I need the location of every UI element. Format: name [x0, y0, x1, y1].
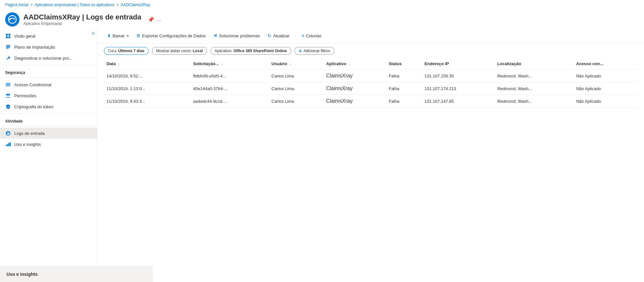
breadcrumb-sep1: > — [30, 3, 32, 7]
svg-rect-7 — [6, 46, 10, 47]
sidebar-divider-3 — [0, 113, 97, 114]
date-filter-chip[interactable]: Data: Últimos 7 dias — [104, 47, 149, 55]
svg-point-14 — [6, 94, 8, 96]
refresh-icon: ↻ — [267, 33, 271, 38]
svg-rect-12 — [6, 84, 10, 85]
toolbar-divider — [295, 32, 296, 40]
colunas-button[interactable]: ≡ Colunas — [298, 31, 325, 40]
breadcrumb-apps[interactable]: Aplicativos empresariais | Todos os apli… — [34, 3, 114, 7]
atualizar-button[interactable]: ↻ Atualizar — [264, 31, 293, 40]
cell-acesso-0: Não Aplicado — [574, 70, 638, 82]
pin-icon[interactable]: 📌 — [148, 17, 154, 23]
sort-icon-data: ↓ — [118, 62, 120, 66]
cell-solicitacao-0: ffdbfc66-e5d5-4... — [191, 70, 269, 82]
table-row[interactable]: 11/10/2019, 9:43:3... aa4edc44-9ccd-... … — [104, 95, 638, 108]
sidebar-section-seguranca: Segurança — [0, 66, 97, 76]
svg-rect-8 — [6, 47, 10, 48]
cell-acesso-1: Não Aplicado — [574, 82, 638, 95]
baixar-label: Baixar — [113, 33, 125, 38]
bottom-bar-label: Uso e insights — [6, 272, 38, 277]
plan-icon — [5, 44, 11, 50]
table-row[interactable]: 14/10/2019, 8:52:... ffdbfc66-e5d5-4... … — [104, 70, 638, 82]
app-filter-chip[interactable]: Aplicativo: Office 365 SharePoint Online — [210, 47, 291, 55]
col-aplicativo[interactable]: Aplicativo ↓ — [324, 58, 386, 70]
display-filter-label: Mostrar datas como: — [156, 49, 192, 53]
bottom-bar[interactable]: Uso e insights — [0, 266, 153, 282]
sidebar-item-label: Acesso Condicional — [14, 82, 51, 87]
header-actions: 📌 ... — [148, 17, 161, 23]
table-header-row: Data ↓ Solicitação... ↓ Usuário ↓ Apli — [104, 58, 638, 70]
sidebar-item-label: Diagnosticar e solucionar pro... — [14, 56, 72, 61]
svg-rect-13 — [6, 86, 10, 86]
sidebar-item-logs-entrada[interactable]: Logs de entrada — [0, 128, 97, 139]
svg-rect-6 — [6, 45, 10, 46]
col-endereco: Endereço IP — [422, 58, 495, 70]
list-icon — [5, 82, 11, 88]
more-options-icon[interactable]: ... — [157, 17, 161, 22]
app-filter-value: Office 365 SharePoint Online — [233, 49, 287, 53]
svg-rect-18 — [6, 145, 7, 146]
svg-point-17 — [6, 133, 7, 134]
sidebar-item-plano-implantacao[interactable]: Plano de Implantação — [0, 41, 97, 53]
sidebar-item-visao-geral[interactable]: Visão geral — [0, 30, 97, 41]
col-acesso: Acesso con... — [574, 58, 638, 70]
date-filter-value: Últimos 7 dias — [118, 49, 144, 53]
baixar-button[interactable]: ⬇ Baixar ▾ — [104, 31, 132, 40]
sidebar-item-acesso-condicional[interactable]: Acesso Condicional — [0, 79, 97, 90]
solucionar-button[interactable]: ✕ Solucionar problemas — [210, 31, 263, 40]
exportar-label: Exportar Configurações de Dados — [142, 33, 206, 38]
cell-aplicativo-0: ClaimsXray — [324, 70, 386, 82]
col-localizacao: Localização — [495, 58, 574, 70]
table-row[interactable]: 11/10/2019, 1:13:0... 40e144a0-3764-... … — [104, 82, 638, 95]
cell-endereco-0: 131.107.159.35 — [422, 70, 495, 82]
solucionar-label: Solucionar problemas — [219, 33, 260, 38]
cell-status-2: Falha — [386, 95, 422, 108]
col-data[interactable]: Data ↓ — [104, 58, 191, 70]
breadcrumb-current[interactable]: AADClaimsXRay — [121, 3, 150, 7]
cell-localizacao-1: Redmond, Wash... — [495, 82, 574, 95]
logs-table: Data ↓ Solicitação... ↓ Usuário ↓ Apli — [104, 58, 638, 108]
sidebar-item-diagnosticar[interactable]: Diagnosticar e solucionar pro... — [0, 53, 97, 64]
breadcrumb-home[interactable]: Página Inicial — [5, 3, 28, 7]
page-subtitle: Aplicativo Empresarial — [23, 21, 141, 26]
page-title: AADClaimsXRay | Logs de entrada — [23, 13, 141, 21]
filters-row: Data: Últimos 7 dias Mostrar datas como:… — [97, 44, 644, 58]
filter-icon: ⊕ — [299, 49, 302, 53]
svg-rect-11 — [6, 83, 10, 84]
col-usuario[interactable]: Usuário ↓ — [269, 58, 323, 70]
perm-icon — [5, 93, 11, 99]
cell-solicitacao-1: 40e144a0-3764-... — [191, 82, 269, 95]
add-filter-button[interactable]: ⊕ Adicionar filtros — [294, 47, 334, 55]
cell-status-0: Falha — [386, 70, 422, 82]
sidebar-item-uso-insights[interactable]: Uso e insights — [0, 139, 97, 150]
sidebar-item-label: Permissões — [14, 93, 36, 98]
breadcrumb: Página Inicial > Aplicativos empresariai… — [0, 0, 644, 10]
svg-rect-21 — [10, 142, 11, 146]
sidebar-item-criptografia[interactable]: Criptografia do token — [0, 101, 97, 112]
colunas-label: Colunas — [306, 33, 321, 38]
signin-icon — [5, 130, 11, 136]
sidebar-item-permissoes[interactable]: Permissões — [0, 90, 97, 101]
gear-icon: ⚙ — [136, 33, 141, 38]
sidebar-item-label: Logs de entrada — [14, 131, 45, 136]
sidebar-collapse-button[interactable]: « — [92, 30, 94, 36]
table-body: 14/10/2019, 8:52:... ffdbfc66-e5d5-4... … — [104, 70, 638, 108]
header-text: AADClaimsXRay | Logs de entrada Aplicati… — [23, 13, 141, 26]
sidebar-item-label: Criptografia do token — [14, 104, 54, 109]
svg-point-1 — [9, 19, 11, 20]
svg-rect-20 — [8, 143, 9, 146]
exportar-button[interactable]: ⚙ Exportar Configurações de Dados — [133, 31, 209, 40]
display-filter-value: Local — [193, 49, 203, 53]
sidebar-divider-2 — [0, 77, 97, 78]
cell-usuario-1: Carlos Lima — [269, 82, 323, 95]
baixar-dropdown-icon: ▾ — [127, 34, 129, 38]
cell-data-2: 11/10/2019, 9:43:3... — [104, 95, 191, 108]
cell-data-0: 14/10/2019, 8:52:... — [104, 70, 191, 82]
col-solicitacao[interactable]: Solicitação... ↓ — [191, 58, 269, 70]
svg-point-15 — [8, 94, 10, 96]
col-status: Status — [386, 58, 422, 70]
cell-usuario-2: Carlos Lima — [269, 95, 323, 108]
cell-data-1: 11/10/2019, 1:13:0... — [104, 82, 191, 95]
display-filter-chip[interactable]: Mostrar datas como: Local — [152, 47, 207, 55]
sort-icon-aplicativo: ↓ — [349, 62, 350, 66]
